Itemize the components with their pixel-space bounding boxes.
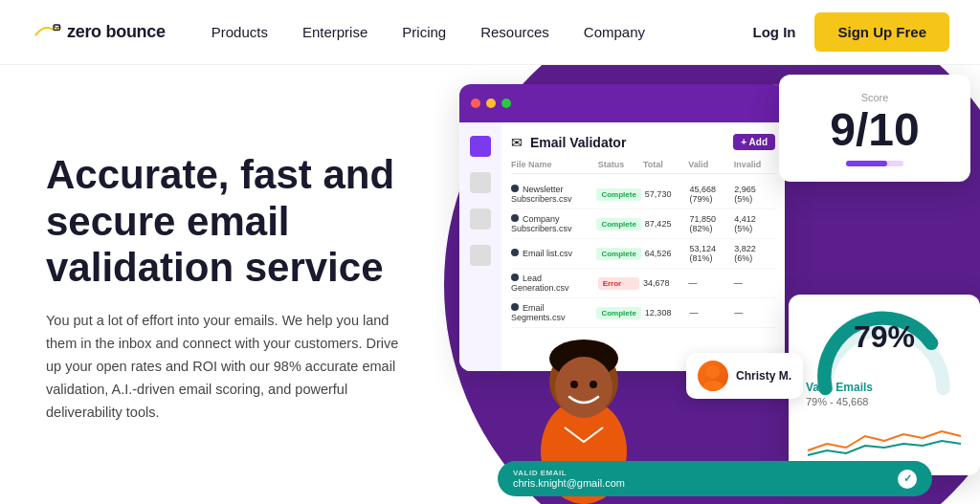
christy-badge: Christy M.: [686, 353, 803, 399]
logo-text: zero bounce: [67, 22, 166, 42]
wave-lines: [806, 417, 963, 460]
row5-valid: —: [690, 308, 731, 318]
window-dot-yellow: [486, 99, 496, 108]
login-button[interactable]: Log In: [752, 24, 795, 40]
row2-total: 87,425: [645, 219, 686, 229]
table-row: Email list.csv Complete 64,526 53,124 (8…: [511, 239, 775, 269]
row3-status: Complete: [596, 248, 640, 260]
ev-title: Email Validator: [530, 135, 626, 150]
row4-name: Lead Generation.csv: [511, 274, 594, 293]
christy-avatar: [698, 361, 728, 391]
score-label: Score: [798, 92, 951, 103]
col-filename: File Name: [511, 160, 594, 169]
card-sidebar: [459, 122, 501, 371]
row1-status: Complete: [596, 188, 640, 201]
row3-name: Email list.csv: [511, 249, 592, 258]
valid-check-icon: ✓: [898, 470, 917, 489]
row2-invalid: 4,412 (5%): [734, 214, 775, 233]
wave-svg: [806, 417, 963, 460]
valid-email-address: chris.knight@gmail.com: [513, 477, 625, 489]
nav-company[interactable]: Company: [584, 24, 645, 40]
score-bar-fill: [846, 161, 887, 166]
sidebar-icon-clock: [470, 208, 491, 230]
row1-invalid: 2,965 (5%): [734, 185, 775, 204]
row1-total: 57,730: [645, 189, 686, 199]
row2-status: Complete: [596, 218, 640, 230]
row1-valid: 45,668 (79%): [690, 185, 731, 204]
sidebar-icon-active: [470, 136, 491, 157]
card-header: [459, 84, 785, 122]
row4-total: 34,678: [643, 278, 684, 288]
nav-products[interactable]: Products: [212, 24, 268, 40]
row5-total: 12,308: [645, 308, 686, 318]
navbar: zero bounce Products Enterprise Pricing …: [0, 0, 980, 65]
svg-point-7: [570, 381, 578, 388]
score-card: Score 9/10: [779, 75, 970, 182]
window-dot-green: [501, 99, 511, 108]
sidebar-icon-file: [470, 245, 491, 266]
row3-invalid: 3,822 (6%): [734, 244, 775, 263]
table-row: Lead Generation.csv Error 34,678 — —: [511, 269, 775, 298]
logo[interactable]: zero bounce: [31, 22, 166, 43]
table-header: File Name Status Total Valid Invalid: [511, 160, 775, 174]
svg-point-8: [590, 381, 597, 388]
hero-title: Accurate, fast and secure email validati…: [46, 152, 410, 291]
christy-name: Christy M.: [736, 369, 791, 383]
svg-point-6: [555, 357, 612, 418]
hero-right: ✉ Email Validator + Add File Name Status…: [440, 65, 980, 504]
valid-email-content: VALID EMAIL chris.knight@gmail.com: [513, 469, 625, 489]
row2-name: Company Subscribers.csv: [511, 214, 592, 233]
svg-point-10: [702, 381, 724, 391]
nav-enterprise[interactable]: Enterprise: [302, 24, 368, 40]
row4-invalid: —: [734, 278, 775, 288]
row5-invalid: —: [734, 308, 775, 318]
col-invalid: Invalid: [734, 160, 775, 169]
signup-button[interactable]: Sign Up Free: [814, 12, 949, 52]
score-bar: [846, 161, 903, 166]
add-button[interactable]: + Add: [733, 134, 775, 150]
gauge-wrapper: 79%: [806, 310, 963, 377]
col-valid: Valid: [688, 160, 729, 169]
hero-left: Accurate, fast and secure email validati…: [0, 65, 440, 504]
table-row: Company Subscribers.csv Complete 87,425 …: [511, 209, 775, 239]
nav-links: Products Enterprise Pricing Resources Co…: [212, 24, 753, 40]
row2-valid: 71,850 (82%): [690, 214, 731, 233]
row3-valid: 53,124 (81%): [690, 244, 731, 263]
hero-description: You put a lot of effort into your emails…: [46, 310, 410, 425]
score-value: 9/10: [798, 107, 951, 153]
valid-emails-card: 79% Valid Emails 79% - 45,668: [789, 295, 980, 475]
nav-resources[interactable]: Resources: [480, 24, 549, 40]
row3-total: 64,526: [645, 249, 686, 258]
nav-pricing[interactable]: Pricing: [402, 24, 446, 40]
nav-actions: Log In Sign Up Free: [752, 12, 949, 52]
valid-email-label-prefix: VALID EMAIL: [513, 469, 625, 477]
row4-valid: —: [688, 278, 729, 288]
valid-email-bar: VALID EMAIL chris.knight@gmail.com ✓: [498, 461, 932, 496]
col-status: Status: [598, 160, 639, 169]
window-dot-red: [471, 99, 480, 108]
card-title-row: ✉ Email Validator + Add: [511, 134, 775, 150]
valid-percent: 79%: [806, 319, 963, 355]
row1-name: Newsletter Subscribers.csv: [511, 185, 592, 204]
table-row: Newsletter Subscribers.csv Complete 57,7…: [511, 180, 775, 209]
sidebar-icon-mail: [470, 172, 491, 193]
mail-icon: ✉: [511, 135, 523, 150]
col-total: Total: [643, 160, 684, 169]
hero-section: Accurate, fast and secure email validati…: [0, 65, 980, 504]
svg-point-9: [706, 365, 720, 379]
row4-status: Error: [598, 277, 639, 290]
